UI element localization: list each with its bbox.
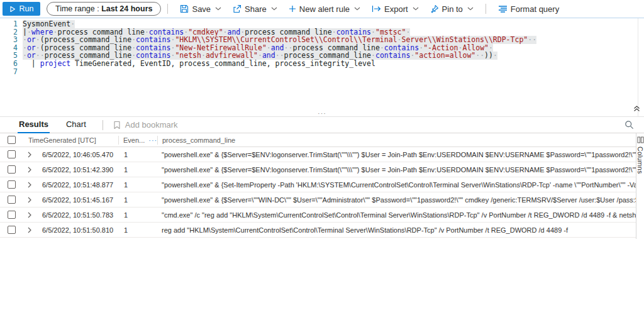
- columns-panel-label: Columns: [636, 146, 644, 174]
- share-icon: [233, 4, 242, 13]
- export-button[interactable]: Export: [366, 1, 425, 16]
- table-row[interactable]: 6/5/2022, 10:51:50.7831"cmd.exe" /c "reg…: [0, 207, 644, 223]
- cell-process-command-line: reg add "HKLM\System\CurrentControlSet\C…: [157, 226, 644, 234]
- columns-panel-tab[interactable]: Columns: [636, 133, 644, 239]
- table-row[interactable]: 6/5/2022, 10:51:50.8101reg add "HKLM\Sys…: [0, 223, 644, 238]
- chevron-down-icon: [467, 7, 474, 11]
- query-toolbar: Run Time range : Last 24 hours Save Shar…: [0, 0, 644, 18]
- play-icon: [9, 6, 16, 13]
- row-checkbox[interactable]: [8, 211, 16, 219]
- format-query-label: Format query: [511, 4, 559, 14]
- save-label: Save: [192, 4, 211, 14]
- cell-process-command-line: "cmd.exe" /c "reg add "HKLM\System\Curre…: [157, 211, 644, 219]
- header-time-generated[interactable]: TimeGenerated [UTC]: [23, 136, 118, 144]
- line-number: 1: [0, 20, 18, 28]
- save-button[interactable]: Save: [174, 1, 227, 16]
- add-bookmark-label: Add bookmark: [125, 120, 178, 130]
- row-checkbox[interactable]: [8, 165, 16, 174]
- cell-time-generated: 6/5/2022, 10:51:50.783: [36, 211, 118, 219]
- tab-chart-label: Chart: [66, 119, 86, 129]
- chevron-down-icon: [271, 7, 277, 11]
- tab-chart[interactable]: Chart: [65, 117, 87, 133]
- run-label: Run: [19, 4, 34, 13]
- cell-event-id: 1: [118, 151, 157, 158]
- plus-icon: [289, 5, 296, 13]
- cell-time-generated: 6/5/2022, 10:51:48.877: [36, 181, 118, 189]
- table-row[interactable]: 6/5/2022, 10:51:45.1671"powershell.exe" …: [0, 192, 644, 207]
- row-checkbox[interactable]: [8, 226, 16, 234]
- header-event-id[interactable]: Even...···: [118, 136, 157, 145]
- row-expand-chevron[interactable]: [23, 182, 36, 188]
- panel-resize-handle[interactable]: ···: [318, 111, 326, 116]
- save-icon: [180, 4, 189, 13]
- row-expand-chevron[interactable]: [23, 197, 36, 203]
- double-chevron-up-icon: [633, 105, 640, 112]
- time-range-value: Last 24 hours: [101, 4, 152, 13]
- editor-scrollbar-rail[interactable]: [638, 18, 644, 116]
- pin-to-button[interactable]: Pin to: [425, 1, 479, 16]
- tab-results[interactable]: Results: [18, 117, 50, 133]
- search-button[interactable]: [625, 120, 634, 131]
- row-checkbox[interactable]: [8, 180, 16, 189]
- header-event-id-label: Even...: [123, 136, 145, 144]
- row-checkbox[interactable]: [8, 150, 16, 158]
- add-bookmark-button[interactable]: Add bookmark: [113, 120, 178, 130]
- editor-line[interactable]: 7: [0, 68, 644, 76]
- table-row[interactable]: 6/5/2022, 10:51:48.8771"powershell.exe" …: [0, 177, 644, 192]
- cell-time-generated: 6/5/2022, 10:51:50.810: [36, 226, 118, 234]
- table-row[interactable]: 6/5/2022, 10:46:05.4701"powershell.exe" …: [0, 147, 644, 162]
- search-icon: [625, 120, 634, 130]
- bookmark-icon: [113, 121, 121, 130]
- cell-process-command-line: "powershell.exe" & {Set-ItemProperty -Pa…: [157, 181, 644, 189]
- table-row[interactable]: 6/5/2022, 10:51:42.3901"powershell.exe" …: [0, 162, 644, 177]
- line-number: 6: [0, 60, 18, 68]
- time-range-picker[interactable]: Time range : Last 24 hours: [47, 2, 161, 16]
- cell-process-command-line: "powershell.exe" & {$Server=\""WIN-DC\""…: [157, 196, 644, 204]
- pin-to-label: Pin to: [442, 4, 463, 14]
- code-text: | project TimeGenerated, EventID, proces…: [23, 60, 375, 68]
- share-button[interactable]: Share: [227, 1, 283, 16]
- log-analytics-query-window: Run Time range : Last 24 hours Save Shar…: [0, 0, 644, 315]
- cell-time-generated: 6/5/2022, 10:51:42.390: [36, 166, 118, 174]
- new-alert-rule-button[interactable]: New alert rule: [283, 1, 366, 16]
- tabbar-divider: [103, 120, 103, 130]
- cell-event-id: 1: [118, 196, 157, 204]
- share-label: Share: [245, 4, 267, 14]
- row-expand-chevron[interactable]: [23, 227, 36, 233]
- pin-icon: [430, 4, 439, 13]
- cell-time-generated: 6/5/2022, 10:51:45.167: [36, 196, 118, 204]
- results-table-header: TimeGenerated [UTC] Even...··· process_c…: [0, 133, 644, 147]
- header-process-command-line[interactable]: process_command_line: [157, 136, 644, 145]
- row-expand-chevron[interactable]: [23, 167, 36, 173]
- query-editor[interactable]: 1SysmonEvent·2|·where·process_command_li…: [0, 18, 644, 116]
- chevron-down-icon: [215, 7, 221, 11]
- cell-event-id: 1: [118, 181, 157, 189]
- collapse-editor-button[interactable]: [633, 103, 640, 114]
- toolbar-divider: [486, 4, 486, 14]
- editor-line[interactable]: 6 | project TimeGenerated, EventID, proc…: [0, 60, 644, 68]
- tab-results-label: Results: [19, 119, 48, 129]
- run-button[interactable]: Run: [3, 2, 40, 16]
- new-alert-rule-label: New alert rule: [299, 4, 350, 14]
- cell-time-generated: 6/5/2022, 10:46:05.470: [36, 151, 118, 158]
- row-checkbox[interactable]: [8, 196, 16, 204]
- chevron-down-icon: [354, 7, 360, 11]
- export-icon: [372, 5, 381, 13]
- cell-process-command-line: "powershell.exe" & {$Server=$ENV:logonse…: [157, 166, 644, 174]
- results-panel: Results Chart Add bookmark TimeGenerated…: [0, 116, 644, 315]
- row-expand-chevron[interactable]: [23, 212, 36, 218]
- editor-lines: 1SysmonEvent·2|·where·process_command_li…: [0, 18, 644, 75]
- chevron-down-icon: [413, 7, 419, 11]
- format-query-button[interactable]: Format query: [492, 1, 565, 16]
- toolbar-divider: [167, 4, 168, 14]
- cell-process-command-line: "powershell.exe" & {$Server=$ENV:logonse…: [157, 151, 644, 158]
- results-rows: 6/5/2022, 10:46:05.4701"powershell.exe" …: [0, 147, 644, 238]
- columns-icon: [637, 136, 644, 143]
- results-tab-bar: Results Chart Add bookmark: [0, 117, 644, 133]
- row-expand-chevron[interactable]: [23, 152, 36, 158]
- column-menu-dots[interactable]: ···: [148, 136, 157, 144]
- select-all-checkbox[interactable]: [8, 136, 16, 144]
- export-label: Export: [384, 4, 408, 14]
- cell-event-id: 1: [118, 211, 157, 219]
- time-range-label: Time range :: [55, 4, 101, 13]
